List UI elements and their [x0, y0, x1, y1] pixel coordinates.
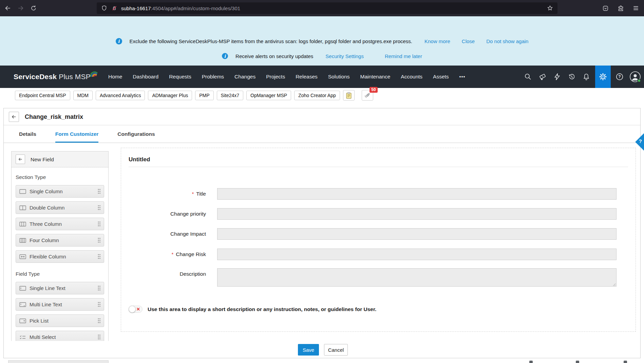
tab-details[interactable]: Details: [19, 125, 36, 143]
security-settings-link[interactable]: Security Settings: [325, 53, 364, 59]
drag-handle-icon[interactable]: [98, 221, 100, 226]
brand-rest: Plus MSP: [57, 73, 91, 80]
extensions-puzzle-icon[interactable]: [617, 5, 624, 12]
drag-handle-icon[interactable]: [98, 286, 100, 291]
palette-item-multi-line-text[interactable]: Multi Line Text: [16, 298, 104, 311]
nav-item-dashboard[interactable]: Dashboard: [133, 74, 158, 80]
palette-item-label: Four Column: [30, 237, 98, 243]
palette-item-pick-list[interactable]: Pick List: [16, 314, 104, 327]
notes-clipboard-icon[interactable]: [343, 90, 355, 101]
nav-item-solutions[interactable]: Solutions: [328, 74, 350, 80]
palette-item-four-column[interactable]: Four Column: [16, 234, 104, 247]
quick-actions-bolt-icon[interactable]: [551, 66, 563, 88]
do-not-show-again-link[interactable]: Do not show again: [486, 38, 528, 44]
lock-disabled-icon[interactable]: [111, 5, 118, 12]
apptab-advanced-analytics[interactable]: Advanced Analytics: [96, 91, 145, 100]
palette-item-label: Flexible Column: [30, 254, 98, 259]
browser-url-bar[interactable]: subha-16617:4504/app#/admin/custom-modul…: [97, 2, 557, 14]
browser-forward-icon[interactable]: [16, 3, 26, 13]
nav-item-accounts[interactable]: Accounts: [401, 74, 422, 80]
field-label: *Title: [121, 188, 206, 200]
palette-item-label: Multi Select: [30, 334, 98, 340]
tab-configurations[interactable]: Configurations: [117, 125, 155, 143]
nav-item-problems[interactable]: Problems: [202, 74, 224, 80]
page-title: Change_risk_matrix: [25, 108, 83, 125]
settings-gear-icon[interactable]: [595, 66, 611, 88]
drag-handle-icon[interactable]: [98, 254, 100, 259]
help-icon[interactable]: ?: [614, 66, 625, 88]
know-more-link[interactable]: Know more: [424, 38, 450, 44]
apptab-admanager-plus[interactable]: ADManager Plus: [148, 91, 192, 100]
description-field-textarea[interactable]: [217, 268, 617, 287]
instruction-toggle[interactable]: ✕: [129, 306, 143, 313]
change-impact-field-input[interactable]: [217, 228, 617, 240]
menu-hamburger-icon[interactable]: [632, 5, 639, 12]
drag-handle-icon[interactable]: [98, 334, 100, 340]
apptab-opmanager-msp[interactable]: OpManager MSP: [246, 91, 291, 100]
change-risk-field-input[interactable]: [217, 249, 617, 260]
required-asterisk: *: [192, 191, 194, 197]
title-field-input[interactable]: [217, 188, 617, 200]
browser-refresh-icon[interactable]: [29, 3, 39, 13]
svg-text:?: ?: [618, 74, 621, 79]
notifications-bell-icon[interactable]: [581, 66, 592, 88]
search-icon[interactable]: [522, 66, 534, 88]
browser-back-icon[interactable]: [3, 3, 13, 13]
add-ticket-icon[interactable]: [537, 66, 548, 88]
close-banner-link[interactable]: Close: [462, 38, 475, 44]
servicedesk-logo[interactable]: ServiceDesk Plus MSP: [14, 73, 91, 81]
sidebar-title: New Field: [31, 151, 54, 167]
drag-handle-icon[interactable]: [98, 302, 100, 307]
apptab-mdm[interactable]: MDM: [73, 91, 93, 100]
multi-line-text-icon: [19, 302, 26, 307]
nav-item-maintenance[interactable]: Maintenance: [360, 74, 391, 80]
history-icon[interactable]: [566, 66, 577, 88]
apptab-zoho-creator-app[interactable]: Zoho Creator App: [294, 91, 340, 100]
multi-select-icon: [19, 335, 26, 340]
drag-handle-icon[interactable]: [98, 318, 100, 323]
drag-handle-icon[interactable]: [98, 205, 100, 210]
pocket-icon[interactable]: [602, 5, 609, 12]
tab-form-customizer[interactable]: Form Customizer: [55, 125, 98, 143]
nav-item-assets[interactable]: Assets: [433, 74, 449, 80]
nav-item-releases[interactable]: Releases: [296, 74, 318, 80]
sidebar-back-button[interactable]: [16, 155, 25, 164]
remind-me-later-link[interactable]: Remind me later: [385, 53, 422, 59]
page-back-button[interactable]: [9, 112, 19, 122]
user-avatar[interactable]: [630, 71, 641, 82]
antivirus-banner-text: Exclude the following ServiceDeskPlus-MS…: [130, 38, 412, 44]
apptab-site24x7[interactable]: Site24x7: [217, 91, 243, 100]
custom-module-card: Change_risk_matrix Details Form Customiz…: [3, 108, 641, 358]
nav-item-requests[interactable]: Requests: [169, 74, 191, 80]
palette-item-label: Three Column: [30, 221, 98, 227]
save-button[interactable]: Save: [298, 344, 319, 356]
single-column-icon: [19, 189, 26, 194]
apptab-pmp[interactable]: PMP: [195, 91, 213, 100]
palette-item-three-column[interactable]: Three Column: [16, 218, 104, 230]
shield-icon[interactable]: [101, 5, 108, 12]
sidebar-header: New Field: [12, 151, 108, 167]
help-flyout-tab[interactable]: ?: [634, 132, 644, 151]
instruction-toggle-row: ✕ Use this area to display a short descr…: [129, 306, 376, 313]
cancel-button[interactable]: Cancel: [324, 344, 348, 356]
page-title-row: Change_risk_matrix: [4, 108, 640, 125]
drag-handle-icon[interactable]: [98, 189, 100, 194]
change-priority-field-input[interactable]: [217, 208, 617, 220]
bookmark-star-icon[interactable]: [547, 5, 553, 12]
palette-item-single-line-text[interactable]: Single Line Text: [16, 282, 104, 294]
whats-new-rocket-icon[interactable]: 50: [362, 90, 373, 101]
bottom-partial-icon: [576, 361, 579, 363]
apptab-endpoint-central-msp[interactable]: Endpoint Central MSP: [15, 91, 70, 100]
palette-item-single-column[interactable]: Single Column: [16, 185, 104, 198]
drag-handle-icon[interactable]: [98, 238, 100, 243]
url-text: subha-16617:4504/app#/admin/custom-modul…: [121, 5, 240, 11]
nav-item-projects[interactable]: Projects: [266, 74, 285, 80]
palette-item-flexible-column[interactable]: Flexible Column: [16, 250, 104, 263]
nav-item-home[interactable]: Home: [108, 74, 122, 80]
palette-item-multi-select[interactable]: Multi Select: [16, 331, 104, 341]
navbar-icon-cluster: ?: [522, 66, 641, 88]
palette-item-double-column[interactable]: Double Column: [16, 201, 104, 214]
nav-more-ellipsis[interactable]: •••: [459, 74, 466, 79]
double-column-icon: [19, 205, 26, 210]
nav-item-changes[interactable]: Changes: [234, 74, 255, 80]
